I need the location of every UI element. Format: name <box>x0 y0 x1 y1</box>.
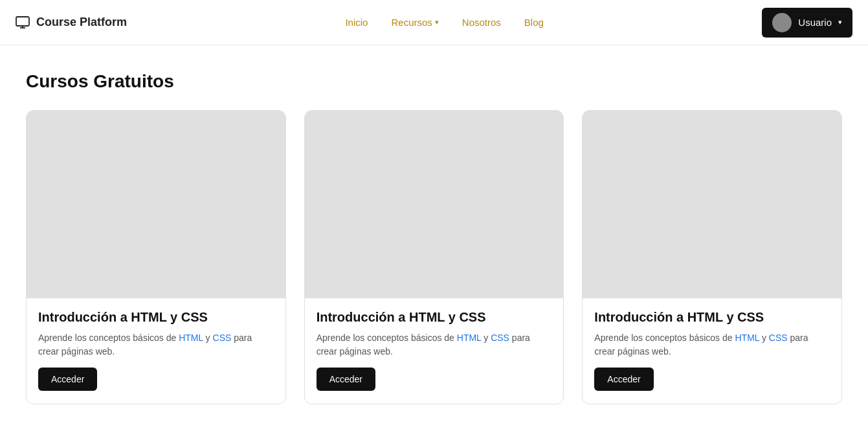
svg-rect-0 <box>16 17 29 26</box>
nav-blog[interactable]: Blog <box>524 17 544 28</box>
course-title-2: Introducción a HTML y CSS <box>317 310 552 325</box>
course-card-2: Introducción a HTML y CSS Aprende los co… <box>304 110 564 404</box>
user-menu-button[interactable]: Usuario ▾ <box>762 8 852 38</box>
acceder-button-1[interactable]: Acceder <box>38 368 97 391</box>
course-desc-2: Aprende los conceptos básicos de HTML y … <box>317 331 552 358</box>
desc3-highlight-css: CSS <box>769 333 788 343</box>
course-thumbnail-3 <box>583 111 841 298</box>
main-content: Cursos Gratuitos Introducción a HTML y C… <box>0 45 868 430</box>
course-body-2: Introducción a HTML y CSS Aprende los co… <box>305 298 564 404</box>
section-title: Cursos Gratuitos <box>26 71 842 92</box>
nav-nosotros[interactable]: Nosotros <box>462 17 501 28</box>
course-card-1: Introducción a HTML y CSS Aprende los co… <box>26 110 286 404</box>
user-avatar <box>772 13 792 32</box>
desc-highlight-html: HTML <box>179 333 203 343</box>
course-thumbnail-2 <box>305 111 564 298</box>
nav-links: Inicio Recursos ▾ Nosotros Blog <box>345 17 543 28</box>
brand-link[interactable]: Course Platform <box>16 16 127 30</box>
course-title-3: Introducción a HTML y CSS <box>594 310 830 325</box>
course-desc-1: Aprende los conceptos básicos de HTML y … <box>38 331 274 358</box>
desc2-highlight-html: HTML <box>457 333 482 343</box>
desc-highlight-css: CSS <box>213 333 232 343</box>
course-desc-3: Aprende los conceptos básicos de HTML y … <box>594 331 830 358</box>
course-card-3: Introducción a HTML y CSS Aprende los co… <box>582 110 842 404</box>
acceder-button-2[interactable]: Acceder <box>317 368 375 391</box>
course-title-1: Introducción a HTML y CSS <box>38 310 274 325</box>
course-body-3: Introducción a HTML y CSS Aprende los co… <box>583 298 841 404</box>
courses-grid: Introducción a HTML y CSS Aprende los co… <box>26 110 842 404</box>
nav-inicio[interactable]: Inicio <box>345 17 368 28</box>
desc3-highlight-html: HTML <box>735 333 759 343</box>
navbar: Course Platform Inicio Recursos ▾ Nosotr… <box>0 0 868 45</box>
course-thumbnail-1 <box>27 111 285 298</box>
user-label: Usuario <box>798 17 832 28</box>
nav-recursos-label: Recursos <box>391 17 432 28</box>
nav-recursos[interactable]: Recursos ▾ <box>391 17 438 28</box>
course-body-1: Introducción a HTML y CSS Aprende los co… <box>27 298 285 404</box>
recursos-chevron-icon: ▾ <box>435 18 439 27</box>
user-chevron-icon: ▾ <box>838 18 842 27</box>
desc2-highlight-css: CSS <box>491 333 509 343</box>
monitor-icon <box>16 16 30 30</box>
brand-label: Course Platform <box>36 16 127 29</box>
acceder-button-3[interactable]: Acceder <box>594 368 653 391</box>
